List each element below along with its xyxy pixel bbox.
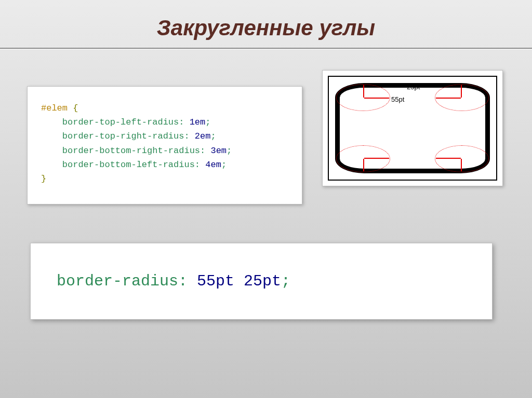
code-content: border-radius: 55pt 25pt; (57, 272, 290, 290)
css-value: 55pt 25pt (197, 272, 281, 290)
code-block-shorthand: border-radius: 55pt 25pt; (30, 243, 493, 320)
arrow-horizontal (436, 158, 461, 159)
label-horizontal-radius: 55pt (391, 95, 404, 103)
brace-close: } (41, 174, 46, 184)
semicolon: ; (281, 272, 290, 290)
css-value: 3em (210, 146, 227, 156)
arrow-horizontal (436, 98, 461, 99)
css-property: border-bottom-right-radius: (62, 146, 205, 156)
code-block-individual-corners: #elem { border-top-left-radius: 1em; bor… (27, 86, 302, 204)
brace-open: { (73, 103, 78, 113)
css-value: 2em (195, 131, 211, 141)
diagram-frame: 25pt 55pt (328, 76, 497, 181)
arrow-vertical (461, 159, 462, 171)
css-property: border-top-right-radius: (62, 131, 190, 141)
label-vertical-radius: 25pt (407, 83, 420, 91)
css-property: border-radius: (57, 272, 188, 290)
css-selector: #elem (41, 103, 68, 113)
corner-ellipse-bottom-right (435, 145, 489, 172)
arrow-vertical (363, 159, 364, 171)
css-value: 1em (190, 117, 206, 127)
arrow-vertical (461, 85, 462, 98)
arrow-horizontal (364, 158, 389, 159)
divider (0, 48, 532, 49)
radius-diagram: 25pt 55pt (322, 70, 503, 186)
arrow-horizontal (364, 98, 389, 99)
css-property: border-bottom-left-radius: (62, 160, 200, 170)
css-property: border-top-left-radius: (62, 117, 184, 127)
semicolon: ; (205, 117, 210, 127)
code-content: #elem { border-top-left-radius: 1em; bor… (41, 101, 288, 186)
semicolon: ; (210, 131, 216, 141)
arrow-vertical (363, 85, 364, 98)
slide-header: Закругленные углы (0, 0, 532, 40)
slide-title: Закругленные углы (0, 16, 532, 40)
semicolon: ; (227, 146, 232, 156)
semicolon: ; (221, 160, 227, 170)
css-value: 4em (205, 160, 221, 170)
